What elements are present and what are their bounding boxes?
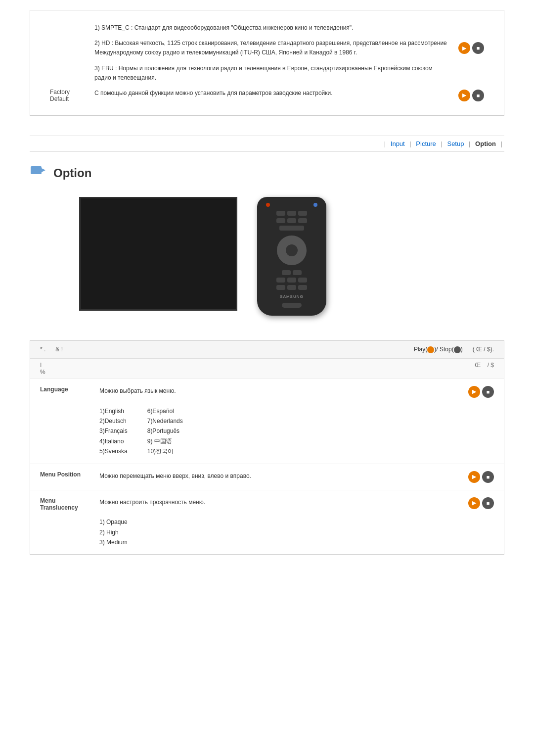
- remote-sensor-dot: [313, 203, 317, 207]
- remote-section: SAMSUNG: [30, 197, 504, 316]
- language-desc: Можно выбрать язык меню.: [99, 386, 449, 396]
- remote-btn-7[interactable]: [282, 270, 291, 275]
- remote-btn-4[interactable]: [276, 218, 285, 223]
- remote-top: [262, 203, 321, 207]
- stop-btn[interactable]: ■: [472, 42, 484, 54]
- trans-stop-btn[interactable]: ■: [482, 497, 494, 509]
- table-row: 2) HD : Высокая четкость, 1125 строк ска…: [45, 36, 489, 60]
- header-ampersand: & !: [55, 346, 63, 353]
- lang-opt-3: 3)Français: [99, 426, 128, 436]
- remote-dpad-center[interactable]: [286, 244, 298, 256]
- remote-btn-11[interactable]: [298, 278, 307, 283]
- table-row: 1) SMPTE_C : Стандарт для видеооборудова…: [45, 20, 489, 36]
- remote-btn-14[interactable]: [298, 285, 307, 290]
- language-label: Language: [40, 386, 89, 393]
- factory-play-btn[interactable]: ▶: [458, 90, 470, 101]
- tv-screen: [79, 197, 237, 311]
- translucency-desc: Можно настроить прозрачность меню.: [99, 497, 449, 507]
- remote-wide-btn[interactable]: [279, 226, 304, 231]
- remote-btn-row-5: [276, 278, 307, 283]
- item-2-body: HD : Высокая четкость, 1125 строк сканир…: [94, 40, 447, 56]
- option-title: Option: [53, 166, 91, 180]
- item-1-content: 1) SMPTE_C : Стандарт для видеооборудова…: [89, 20, 453, 36]
- bottom-header-right: Play()/ Stop() ( Œ / $).: [414, 346, 494, 353]
- empty-label: [45, 20, 89, 36]
- remote-btn-5[interactable]: [287, 218, 296, 223]
- lang-opt-7: 7)Nederlands: [147, 416, 183, 426]
- svg-rect-0: [31, 166, 42, 174]
- bottom-sub-header: I % Œ / $: [30, 359, 504, 379]
- factory-content: С помощью данной функции можно установит…: [89, 86, 453, 105]
- remote-btn-row-6: [276, 285, 307, 290]
- lang-stop-btn[interactable]: ■: [482, 386, 494, 398]
- remote-btn-3[interactable]: [298, 211, 307, 216]
- header-star: * .: [40, 346, 45, 353]
- stop-circle-icon: [454, 346, 461, 353]
- factory-stop-btn[interactable]: ■: [472, 90, 484, 101]
- translucency-opt-2: 2) High: [99, 527, 449, 537]
- menupos-play-btn[interactable]: ▶: [468, 471, 480, 483]
- nav-picture[interactable]: Picture: [416, 140, 436, 147]
- sub-header-right: Œ / $: [475, 362, 494, 376]
- menu-position-icons: ▶ ■: [459, 471, 494, 483]
- remote-btn-6[interactable]: [298, 218, 307, 223]
- item-3-content: 3) EBU : Нормы и положения для технологи…: [89, 61, 453, 86]
- factory-label: Factory Default: [45, 86, 89, 105]
- remote-btn-row-2: [276, 218, 307, 223]
- remote-brand: SAMSUNG: [280, 294, 303, 299]
- play-circle-icon: [427, 346, 434, 353]
- remote-btn-9[interactable]: [276, 278, 285, 283]
- remote-btn-13[interactable]: [287, 285, 296, 290]
- language-options-left: 1)English 2)Deutsch 3)Français 4)Italian…: [99, 406, 128, 457]
- remote-control: SAMSUNG: [257, 197, 326, 316]
- table-row: 3) EBU : Нормы и положения для технологи…: [45, 61, 489, 86]
- menu-position-row: Menu Position Можно перемещать меню ввер…: [30, 464, 504, 490]
- factory-row: Factory Default С помощью данной функции…: [45, 86, 489, 105]
- nav-option[interactable]: Option: [475, 140, 496, 147]
- lang-opt-4: 4)Italiano: [99, 436, 128, 446]
- remote-btn-12[interactable]: [276, 285, 285, 290]
- factory-icon-pair: ▶ ■: [458, 90, 484, 101]
- play-stop-label: Play()/ Stop(): [414, 346, 463, 353]
- remote-dpad[interactable]: [277, 236, 307, 265]
- nav-sep-4: |: [469, 140, 470, 147]
- lang-opt-1: 1)English: [99, 406, 128, 416]
- item-3-body: EBU : Нормы и положения для технологии р…: [94, 65, 433, 81]
- remote-bottom-button[interactable]: [282, 303, 302, 308]
- remote-btn-row-3: [279, 226, 304, 231]
- translucency-opt-1: 1) Opaque: [99, 517, 449, 527]
- remote-btn-10[interactable]: [287, 278, 296, 283]
- bottom-content: Language Можно выбрать язык меню. 1)Engl…: [30, 379, 504, 555]
- icon-pair: ▶ ■: [458, 42, 484, 54]
- trans-icon-pair: ▶ ■: [468, 497, 494, 509]
- item-1-text: 1): [94, 24, 100, 31]
- nav-setup[interactable]: Setup: [447, 140, 464, 147]
- menupos-icon-pair: ▶ ■: [468, 471, 494, 483]
- nav-sep-5: |: [501, 140, 502, 147]
- lang-play-btn[interactable]: ▶: [468, 386, 480, 398]
- nav-input[interactable]: Input: [391, 140, 405, 147]
- menu-translucency-row: Menu Translucency Можно настроить прозра…: [30, 490, 504, 555]
- nav-sep-1: |: [384, 140, 386, 147]
- sub-header-right-label: Œ: [475, 362, 481, 369]
- item-3-num: 3): [94, 65, 100, 72]
- translucency-icons: ▶ ■: [459, 497, 494, 509]
- lang-opt-5: 5)Svenska: [99, 446, 128, 456]
- menu-translucency-label: Menu Translucency: [40, 497, 89, 511]
- svg-marker-1: [42, 168, 45, 172]
- nav-sep-2: |: [409, 140, 411, 147]
- language-options: 1)English 2)Deutsch 3)Français 4)Italian…: [99, 406, 449, 457]
- lang-opt-9: 9) 中国语: [147, 436, 183, 446]
- remote-btn-8[interactable]: [293, 270, 302, 275]
- remote-wrapper: SAMSUNG: [257, 197, 326, 316]
- menupos-stop-btn[interactable]: ■: [482, 471, 494, 483]
- remote-btn-1[interactable]: [276, 211, 285, 216]
- remote-btn-2[interactable]: [287, 211, 296, 216]
- sub-header-right-value: / $: [488, 362, 494, 369]
- item-1-body: SMPTE_C : Стандарт для видеооборудования…: [101, 24, 353, 31]
- menu-position-label: Menu Position: [40, 471, 89, 478]
- translucency-opt-3: 3) Medium: [99, 537, 449, 547]
- lang-icon-pair: ▶ ■: [468, 386, 494, 398]
- trans-play-btn[interactable]: ▶: [468, 497, 480, 509]
- play-btn[interactable]: ▶: [458, 42, 470, 54]
